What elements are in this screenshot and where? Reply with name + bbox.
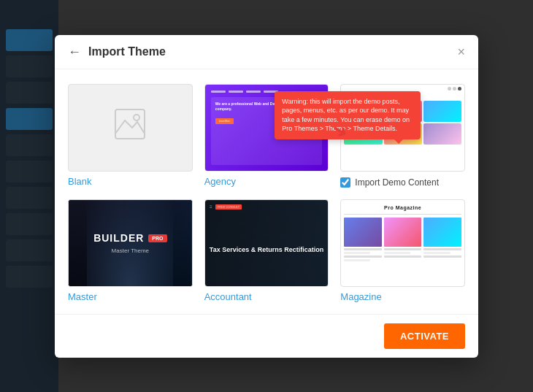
master-title-row: BUILDER PRO — [93, 232, 166, 244]
magazine-header: Pro Magazine — [344, 203, 461, 212]
svg-rect-0 — [115, 109, 145, 139]
modal-body: Blank We are a professional Web and Deve… — [55, 69, 478, 314]
master-content: BUILDER PRO Master Theme — [93, 231, 166, 254]
theme-thumbnail-magazine: Pro Magazine — [340, 199, 465, 287]
mag-divider — [344, 214, 461, 215]
mag-image — [423, 218, 461, 247]
svg-point-1 — [134, 115, 139, 120]
mag-text — [423, 248, 461, 250]
theme-name-master: Master — [68, 291, 193, 302]
theme-item-lifestyle[interactable]: Warning: this will import the demo posts… — [340, 84, 465, 188]
mag-text — [384, 255, 422, 258]
theme-name-agency: Agency — [204, 176, 329, 187]
mag-image — [344, 218, 382, 247]
theme-name-magazine: Magazine — [340, 291, 465, 302]
modal-title: Import Theme — [88, 45, 457, 58]
theme-name-blank: Blank — [68, 176, 193, 187]
activate-button[interactable]: ACTIVATE — [384, 323, 465, 349]
warning-popup: Warning: this will import the demo posts… — [275, 91, 421, 139]
close-button[interactable]: × — [457, 45, 465, 58]
mag-text — [344, 255, 382, 258]
master-subtitle: Master Theme — [93, 247, 166, 254]
mag-image — [384, 218, 422, 247]
mag-text — [384, 248, 422, 250]
placeholder-icon — [112, 106, 148, 149]
theme-item-accountant[interactable]: ☰ FREE CONSULT Tax Services & Returns Re… — [204, 199, 329, 302]
theme-item-blank[interactable]: Blank — [68, 84, 193, 188]
mag-text — [384, 252, 410, 254]
accountant-nav: ☰ FREE CONSULT — [210, 204, 324, 210]
back-button[interactable]: ← — [68, 45, 81, 58]
agency-cta-button: Learn More — [215, 118, 234, 124]
theme-item-master[interactable]: BUILDER PRO Master Theme Master — [68, 199, 193, 302]
modal-footer: ACTIVATE — [55, 314, 478, 358]
mag-article — [384, 218, 422, 261]
mag-text — [423, 252, 450, 254]
master-pro-badge: PRO — [148, 234, 166, 242]
theme-thumbnail-master: BUILDER PRO Master Theme — [68, 199, 193, 287]
theme-thumbnail-accountant: ☰ FREE CONSULT Tax Services & Returns Re… — [204, 199, 329, 287]
mag-text — [344, 252, 370, 254]
nav-dot — [453, 87, 456, 91]
import-demo-checkbox[interactable] — [340, 177, 350, 188]
nav-dot-active — [458, 87, 461, 91]
food-image — [423, 123, 461, 145]
nav-dot — [448, 87, 451, 91]
mag-article — [344, 218, 382, 261]
food-image — [423, 101, 461, 122]
master-title-text: BUILDER — [93, 232, 144, 244]
import-demo-row: Import Demo Content — [340, 177, 465, 188]
theme-item-magazine[interactable]: Pro Magazine — [340, 199, 465, 302]
theme-thumbnail-blank — [68, 84, 193, 172]
mag-article — [423, 218, 461, 261]
accountant-hero: Tax Services & Returns Rectification — [210, 212, 324, 282]
themes-grid: Blank We are a professional Web and Deve… — [68, 84, 465, 302]
mag-text — [423, 255, 461, 258]
mag-text — [344, 248, 382, 250]
import-theme-modal: ← Import Theme × Blank — [55, 35, 478, 358]
import-demo-label: Import Demo Content — [355, 177, 439, 188]
magazine-grid — [344, 218, 461, 261]
mag-text — [344, 259, 370, 261]
theme-name-accountant: Accountant — [204, 291, 329, 302]
accountant-hero-text: Tax Services & Returns Rectification — [210, 246, 323, 255]
modal-header: ← Import Theme × — [55, 35, 478, 69]
